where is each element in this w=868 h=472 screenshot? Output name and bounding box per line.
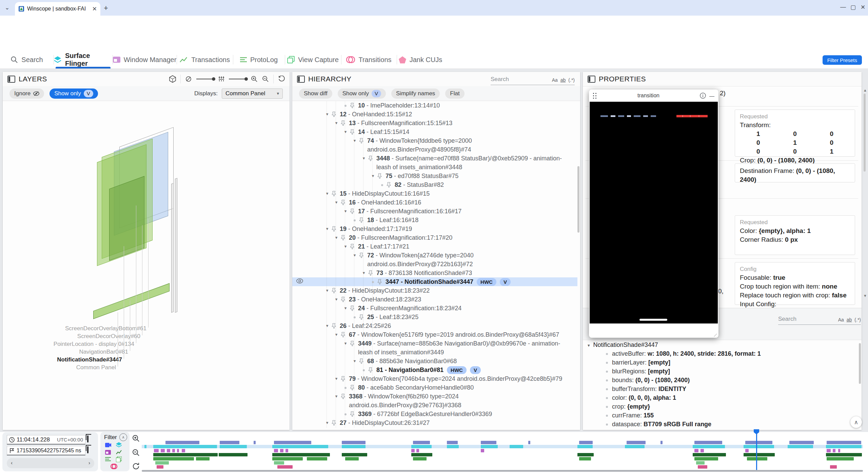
expand-arrow-icon[interactable]: ▾ <box>350 136 359 145</box>
timeline-track-transactions[interactable] <box>142 441 863 444</box>
hierarchy-row-67[interactable]: ▾67 - WindowToken{e5176f9 type=2019 andr… <box>292 330 577 339</box>
curr-state-root[interactable]: ▾ NotificationShade#3447 <box>588 341 658 349</box>
hierarchy-row-24[interactable]: ▾24 - FullscreenMagnification:18:23#24 <box>292 304 577 313</box>
trace-entry-segment[interactable] <box>177 449 179 452</box>
trace-entry-segment[interactable] <box>254 441 256 444</box>
trace-entry-segment[interactable] <box>694 449 698 452</box>
expand-arrow-icon[interactable]: ▾ <box>350 357 359 366</box>
property-item-color[interactable]: color: (0, 0, 0), alpha: 1 <box>606 394 676 401</box>
trace-entry-segment[interactable] <box>155 461 169 465</box>
trace-entry-segment[interactable] <box>838 449 840 452</box>
properties-search-input[interactable]: Search Aa ab (.*) <box>778 313 861 325</box>
trace-entry-segment[interactable] <box>220 441 239 444</box>
expand-arrow-icon[interactable]: ▾ <box>323 189 332 198</box>
timeline-hscrollbar[interactable]: ‹ › <box>7 458 94 468</box>
trace-entry-segment[interactable] <box>182 449 185 452</box>
trace-entry-segment[interactable] <box>694 457 718 460</box>
screen-recording-icon[interactable] <box>105 443 111 447</box>
layer-label[interactable]: NotificationShade#3447 <box>57 356 122 363</box>
layer-rect[interactable] <box>171 183 174 313</box>
trace-entry-segment[interactable] <box>277 465 293 469</box>
rotation-slider[interactable] <box>196 79 214 79</box>
tab-protolog[interactable]: ProtoLog <box>233 51 285 68</box>
layer-label[interactable]: PointerLocation - display 0#134 <box>54 341 134 348</box>
hierarchy-row-81[interactable]: 81 - NavigationBar0#81HWCV <box>292 366 577 374</box>
filter-presets-button[interactable]: Filter Presets <box>823 55 862 65</box>
trace-entry-segment[interactable] <box>144 445 146 448</box>
timeline-track-protolog-track[interactable] <box>142 457 863 460</box>
trace-entry-segment[interactable] <box>280 449 283 452</box>
trace-entry-segment[interactable] <box>696 461 705 465</box>
trace-entry-segment[interactable] <box>172 449 175 452</box>
match-word-icon[interactable]: ab <box>847 317 852 322</box>
expand-arrow-icon[interactable]: ▾ <box>341 207 350 216</box>
hierarchy-row-3369[interactable]: 3369 - 67726bf EdgeBackGestureHandler0#3… <box>292 410 577 418</box>
hierarchy-row-82[interactable]: 82 - StatusBar#82 <box>292 180 577 189</box>
expand-arrow-icon[interactable]: ▾ <box>359 269 368 277</box>
trace-entry-segment[interactable] <box>274 449 278 452</box>
hierarchy-row-28[interactable]: ▾28 - OneHanded:26:31#28 <box>292 427 577 428</box>
trace-entry-segment[interactable] <box>826 453 862 456</box>
trace-entry-segment[interactable] <box>154 449 159 452</box>
property-item-currFrame[interactable]: currFrame: 155 <box>606 412 654 419</box>
hierarchy-row-80[interactable]: 80 - ace6abb SecondaryHomeHandle0#80 <box>292 383 577 392</box>
layers-3d-view[interactable]: ScreenDecorOverlayBottom#61ScreenDecorOv… <box>3 101 290 430</box>
timeline-reset-zoom-icon[interactable] <box>132 462 140 471</box>
hierarchy-row-3447[interactable]: 3447 - NotificationShade#3447HWCV <box>292 277 577 286</box>
trace-entry-segment[interactable] <box>219 453 248 456</box>
window-close-button[interactable]: ✕ <box>861 4 865 11</box>
trace-entry-segment[interactable] <box>660 441 663 444</box>
trace-entry-segment[interactable] <box>157 465 163 469</box>
timeline-track-surface-flinger[interactable] <box>142 445 863 448</box>
tab-search-chevron-icon[interactable]: ⌄ <box>5 4 9 11</box>
hierarchy-row-23[interactable]: ▾23 - OneHanded:18:23#23 <box>292 295 577 304</box>
expand-arrow-icon[interactable]: ▾ <box>332 119 341 127</box>
trace-entry-segment[interactable] <box>693 453 726 456</box>
expand-timeline-button[interactable]: ∧ <box>850 416 862 428</box>
hierarchy-row-22[interactable]: ▾22 - HideDisplayCutout:18:23#22 <box>292 286 577 295</box>
trace-entry-segment[interactable] <box>745 441 772 444</box>
expand-arrow-icon[interactable]: ▾ <box>369 172 377 180</box>
hierarchy-row-72[interactable]: ▾72 - WindowToken{a2746de type=2040 andr… <box>292 251 577 269</box>
tab-surface-flinger[interactable]: Surface Flinger <box>54 51 113 68</box>
expand-arrow-icon[interactable]: ▾ <box>332 374 341 383</box>
hierarchy-search-input[interactable]: Search Aa ab (.*) <box>491 74 575 85</box>
trace-entry-segment[interactable] <box>307 457 327 460</box>
show-only-v-button[interactable]: Show only V <box>338 88 386 99</box>
trace-entry-segment[interactable] <box>579 441 593 444</box>
hierarchy-row-15[interactable]: ▾15 - HideDisplayCutout:16:16#15 <box>292 189 577 198</box>
trace-entry-segment[interactable] <box>274 461 284 465</box>
browser-tab[interactable]: Winscope | sandbox-FAI ✕ <box>15 2 100 16</box>
trace-entry-segment[interactable] <box>694 441 722 444</box>
hierarchy-row-26[interactable]: ▾26 - Leaf:24:25#26 <box>292 321 577 330</box>
ignore-button[interactable]: Ignore <box>9 88 44 99</box>
transition-video-overlay[interactable]: transition — <box>589 90 718 338</box>
spacing-slider[interactable] <box>229 79 246 79</box>
pin-icon[interactable] <box>377 172 386 179</box>
layer-rect[interactable] <box>175 178 177 313</box>
hierarchy-row-18[interactable]: 18 - Leaf:16:16#18 <box>292 216 577 224</box>
scroll-down-icon[interactable]: ▼ <box>863 294 867 298</box>
expand-arrow-icon[interactable]: ▾ <box>332 392 341 401</box>
trace-entry-segment[interactable] <box>285 449 288 452</box>
trace-entry-segment[interactable] <box>481 445 498 448</box>
trace-entry-segment[interactable] <box>579 457 591 460</box>
collapse-panel-icon[interactable] <box>588 76 595 83</box>
layer-label[interactable]: ScreenDecorOverlay#60 <box>77 333 140 340</box>
hierarchy-row-68[interactable]: ▾68 - 885b63e NavigationBar0#68 <box>292 357 577 366</box>
tab-view-capture[interactable]: View Capture <box>285 51 341 68</box>
pin-icon[interactable] <box>387 180 395 188</box>
timeline-track-jank-track[interactable] <box>142 465 863 469</box>
trace-entry-segment[interactable] <box>345 457 359 460</box>
trace-entry-segment[interactable] <box>625 445 645 448</box>
layer-label[interactable]: NavigationBar0#81 <box>79 349 128 355</box>
transactions-icon[interactable] <box>116 450 122 455</box>
trace-entry-segment[interactable] <box>413 457 427 460</box>
trace-entry-segment[interactable] <box>481 449 484 452</box>
expand-arrow-icon[interactable]: ▾ <box>341 304 350 313</box>
scroll-left-icon[interactable]: ‹ <box>11 460 13 466</box>
expand-arrow-icon[interactable]: ▾ <box>323 418 332 427</box>
regex-icon[interactable]: (.*) <box>854 317 861 322</box>
trace-entry-segment[interactable] <box>153 445 217 448</box>
displays-dropdown[interactable]: Common Panel▾ <box>222 88 283 99</box>
